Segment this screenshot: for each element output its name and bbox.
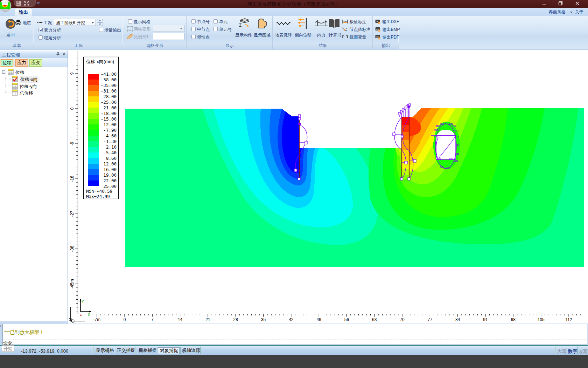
zoom-limit-message: ***已到放大极限！ — [4, 329, 44, 336]
group-label-export: 输出 — [373, 43, 399, 49]
case-combobox[interactable]: 施工阶段6-开挖 — [54, 19, 96, 26]
svg-text:28: 28 — [233, 317, 238, 322]
section-variable-icon — [342, 35, 348, 39]
svg-text:-45m: -45m — [70, 279, 75, 288]
mesh-deform-combobox[interactable] — [153, 25, 184, 32]
svg-text:22.00: 22.00 — [103, 178, 117, 183]
node-number-label: 节点号 — [197, 19, 210, 25]
strata-icon — [15, 20, 21, 25]
increment-output-checkbox[interactable] — [99, 28, 103, 32]
scale-ruler-icon — [127, 34, 133, 39]
force-analysis-label: 受力分析 — [44, 27, 61, 33]
mesh-deform-label: 网格变形 — [134, 26, 150, 32]
about-link[interactable]: 关于.. — [575, 9, 586, 15]
object-snap-toggle[interactable]: 对象捕捉 — [158, 347, 181, 354]
tree-connector-lines — [0, 67, 21, 95]
element-checkbox[interactable] — [214, 19, 218, 23]
svg-text:Z: Z — [80, 313, 82, 316]
qat-dropdown-icon[interactable] — [36, 1, 40, 5]
group-label-display: 显示 — [187, 43, 272, 49]
show-grid-toggle[interactable]: 显示栅格 — [94, 347, 116, 354]
show-member-button[interactable]: 显示构件 — [234, 18, 253, 39]
svg-text:位移-x向(mm): 位移-x向(mm) — [86, 59, 114, 64]
scale-input[interactable] — [153, 33, 184, 40]
polar-tracking-toggle[interactable]: 极轴追踪 — [180, 347, 202, 354]
node-number-checkbox[interactable] — [191, 19, 196, 23]
ribbon-group-display: 显示 节点号 中节点 塑性点 单元 单元号 显示构件 — [187, 16, 273, 49]
tab-stress[interactable]: 应力 — [15, 59, 28, 67]
svg-text:-15.00: -15.00 — [101, 116, 117, 122]
tab-output[interactable]: 输出 — [15, 8, 32, 16]
mid-node-label: 中节点 — [197, 27, 210, 33]
extreme-annotation-button[interactable]: max 极值标注 — [342, 18, 366, 25]
svg-text:Max=24.99: Max=24.99 — [86, 194, 110, 199]
case-spinner[interactable] — [97, 19, 103, 26]
ui-style-caret-icon[interactable] — [570, 11, 573, 14]
minimize-button[interactable] — [539, 0, 550, 7]
svg-text:14: 14 — [178, 317, 183, 322]
save-icon[interactable] — [16, 1, 21, 6]
plastic-point-checkbox[interactable] — [191, 35, 196, 39]
show-grid-label: 显示网格 — [134, 19, 150, 25]
num-lock-indicator: 数字 — [568, 348, 577, 355]
group-label-mesh: 网格变形 — [124, 43, 186, 49]
show-grid-checkbox[interactable] — [128, 19, 132, 23]
start-button-tooltip: 开始 — [2, 345, 14, 352]
command-separator — [3, 340, 587, 340]
combo-arrow-icon — [180, 28, 183, 31]
svg-text:v: v — [346, 27, 347, 29]
export-pdf-button[interactable]: pdf 输出PDF — [375, 34, 399, 40]
close-button[interactable] — [572, 0, 582, 7]
panel-header: 工程管理 — [0, 50, 68, 58]
export-dxf-button[interactable]: dxf 输出DXF — [375, 18, 399, 25]
panel-title: 工程管理 — [2, 52, 20, 58]
element-number-checkbox[interactable] — [214, 27, 218, 31]
ribbon-group-basic: 基本 返回 地层 — [0, 16, 34, 49]
node-value-annotation-icon: v — [342, 27, 348, 32]
svg-text:-35.00: -35.00 — [101, 83, 117, 88]
contour-plot[interactable]: 90-9-18-27-36-45m-7m07142128354249566370… — [69, 50, 588, 323]
coordinates-readout: -13.972, -53.919, 0.000 — [21, 348, 68, 354]
pin-icon[interactable] — [56, 52, 60, 56]
svg-text:X: X — [88, 313, 90, 316]
svg-text:-9: -9 — [70, 142, 75, 145]
tab-displacement[interactable]: 位移 — [1, 59, 13, 67]
svg-text:-18: -18 — [70, 176, 75, 182]
strata-button[interactable]: 地层 — [15, 19, 34, 26]
mid-node-checkbox[interactable] — [191, 27, 196, 31]
message-collapse-handle[interactable]: ‹ — [0, 324, 2, 345]
panel-close-icon[interactable] — [62, 52, 66, 56]
svg-text:-7m: -7m — [93, 317, 100, 322]
surface-settlement-icon — [276, 20, 290, 29]
restore-icon[interactable] — [23, 1, 30, 6]
surface-settlement-button[interactable]: 地表沉降 — [274, 18, 293, 39]
export-pdf-icon: pdf — [375, 35, 381, 40]
svg-text:2.10: 2.10 — [106, 144, 117, 150]
svg-text:-12.00: -12.00 — [101, 122, 117, 127]
ribbon-group-results: 结果 地表沉降 侧向位移 — [273, 16, 373, 49]
section-variable-button[interactable]: 截面变量 — [342, 34, 366, 40]
message-box[interactable]: ***已到放大极限！ 命令: — [2, 324, 587, 345]
grid-snap-toggle[interactable]: 栅格捕捉 — [136, 347, 159, 354]
report-button[interactable]: 计算书 — [326, 18, 344, 39]
node-value-annotation-button[interactable]: v 节点值标注 — [342, 26, 370, 33]
force-analysis-checkbox[interactable] — [38, 28, 43, 32]
svg-text:70: 70 — [400, 317, 405, 322]
svg-text:25.00: 25.00 — [103, 184, 117, 189]
tab-strain[interactable]: 应变 — [29, 59, 42, 67]
show-region-button[interactable]: 显示围域 — [253, 18, 272, 39]
svg-text:-18.00: -18.00 — [101, 111, 117, 116]
lateral-displacement-button[interactable]: 侧向位移 — [293, 18, 313, 39]
svg-text:105: 105 — [538, 317, 545, 322]
maximize-button[interactable] — [555, 0, 566, 7]
export-bmp-icon: bmp — [375, 27, 381, 32]
stability-analysis-checkbox[interactable] — [38, 35, 43, 40]
app-logo[interactable] — [0, 0, 13, 13]
svg-text:9: 9 — [70, 72, 75, 75]
svg-text:77: 77 — [428, 317, 433, 322]
svg-text:Y: Y — [82, 300, 84, 304]
ui-style-link[interactable]: 界面风格 — [549, 9, 566, 15]
export-bmp-button[interactable]: bmp 输出BMP — [375, 26, 400, 32]
ortho-snap-toggle[interactable]: 正交捕捉 — [115, 347, 137, 354]
svg-text:98: 98 — [511, 317, 516, 322]
